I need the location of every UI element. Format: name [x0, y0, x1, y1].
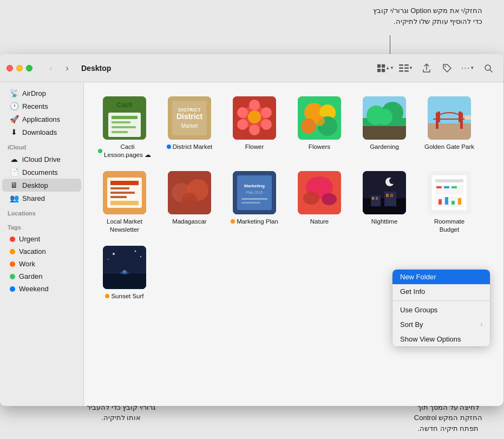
file-label-goldengate: Golden Gate Park	[424, 143, 474, 151]
svg-point-102	[113, 253, 115, 255]
file-thumb-nighttime	[363, 171, 406, 214]
sidebar-item-applications[interactable]: 🚀 Applications	[2, 113, 81, 126]
sidebar-item-urgent[interactable]: Urgent	[2, 233, 81, 245]
locations-section-label: Locations	[0, 205, 83, 219]
svg-rect-4	[399, 64, 403, 66]
view-options-button[interactable]: ▼	[397, 61, 415, 76]
sidebar-item-label-icloud-drive: iCloud Drive	[22, 155, 61, 163]
file-thumb-sunsetsurf	[103, 246, 146, 289]
search-button[interactable]	[480, 61, 497, 76]
sidebar-item-label-garden: Garden	[19, 272, 42, 280]
sidebar-item-work[interactable]: Work	[2, 258, 81, 270]
maximize-button[interactable]	[26, 65, 32, 71]
sidebar-item-recents[interactable]: 🕐 Recents	[2, 100, 81, 113]
svg-rect-53	[464, 115, 471, 120]
sidebar-item-label-desktop: Desktop	[22, 181, 48, 189]
file-item-goldengate[interactable]: Golden Gate Park	[420, 93, 479, 162]
urgent-dot	[10, 237, 15, 242]
svg-rect-89	[436, 186, 442, 188]
svg-rect-9	[404, 70, 409, 72]
marketing-dot	[231, 219, 235, 224]
svg-rect-50	[437, 112, 440, 122]
file-item-nature[interactable]: Nature	[290, 168, 349, 237]
file-label-roommate: RoommateBudget	[434, 218, 464, 234]
sidebar-item-downloads[interactable]: ⬇ Downloads	[2, 126, 81, 139]
sidebar-item-label-vacation: Vacation	[19, 247, 46, 255]
toolbar-right: ▲▼ ▼	[377, 61, 497, 76]
svg-rect-81	[372, 197, 374, 200]
sidebar-item-airdrop[interactable]: 📡 AirDrop	[2, 87, 81, 100]
file-label-flowers: Flowers	[309, 143, 330, 151]
svg-rect-69	[241, 198, 267, 200]
context-menu-sort-by[interactable]: Sort By ›	[392, 317, 490, 332]
close-button[interactable]	[6, 65, 13, 71]
file-item-district[interactable]: DISTRICT District Market District Market	[160, 93, 219, 162]
svg-rect-90	[444, 186, 449, 188]
file-label-marketing: Marketing Plan	[237, 218, 278, 226]
svg-point-64	[181, 193, 198, 209]
main-content: 📡 AirDrop 🕐 Recents 🚀 Applications ⬇ Dow…	[0, 82, 503, 406]
context-menu-new-folder[interactable]: New Folder	[392, 270, 490, 284]
context-menu-show-view-options[interactable]: Show View Options	[392, 332, 490, 346]
file-thumb-district: DISTRICT District Market	[168, 96, 211, 140]
sidebar-item-vacation[interactable]: Vacation	[2, 245, 81, 258]
finder-window: ‹ › Desktop ▲▼	[0, 54, 503, 406]
file-item-marketing[interactable]: Marketing Plan 2015 Marketing Plan	[225, 168, 284, 237]
file-label-row-district: District Market	[167, 143, 212, 151]
more-button[interactable]: ··· ▼	[459, 61, 476, 76]
svg-line-12	[490, 70, 492, 72]
svg-point-74	[322, 193, 337, 205]
cacti-dot	[98, 149, 102, 153]
tag-button[interactable]	[438, 61, 456, 76]
icloud-section-label: iCloud	[0, 139, 83, 153]
bottom-annotation-right: לחיצה על המסך תוך החזקת המקש Control תפת…	[414, 402, 482, 434]
file-label-row-cacti: CactiLesson.pages ☁	[98, 143, 151, 159]
svg-rect-7	[404, 67, 409, 69]
context-menu-sort-by-label: Sort By	[400, 320, 423, 329]
sidebar-item-documents[interactable]: 📄 Documents	[2, 166, 81, 179]
title-bar: ‹ › Desktop ▲▼	[0, 54, 503, 82]
file-label-cacti: CactiLesson.pages ☁	[104, 143, 151, 159]
file-thumb-flower	[233, 96, 276, 140]
file-item-flower[interactable]: Flower	[225, 93, 284, 162]
view-grid-button[interactable]: ▲▼	[377, 61, 394, 76]
garden-dot	[10, 274, 15, 279]
svg-point-37	[301, 119, 316, 134]
sidebar-item-icloud-drive[interactable]: ☁ iCloud Drive	[2, 153, 81, 166]
file-thumb-flowers	[298, 96, 341, 140]
file-item-gardening[interactable]: Gardening	[355, 93, 414, 162]
back-button[interactable]: ‹	[43, 61, 58, 76]
minimize-button[interactable]	[16, 65, 23, 71]
sidebar-item-label-urgent: Urgent	[19, 235, 40, 243]
svg-rect-51	[459, 112, 461, 122]
file-item-roommate[interactable]: RoommateBudget	[420, 168, 479, 237]
file-item-flowers[interactable]: Flowers	[290, 93, 349, 162]
svg-point-31	[237, 119, 248, 130]
forward-button[interactable]: ›	[60, 61, 75, 76]
desktop-icon: 🖥	[10, 181, 18, 189]
svg-point-78	[389, 178, 396, 184]
sidebar-item-shared[interactable]: 👥 Shared	[2, 192, 81, 205]
sidebar-item-garden[interactable]: Garden	[2, 270, 81, 283]
file-item-cacti[interactable]: Cacti CactiLesson.pages ☁	[95, 93, 154, 162]
svg-rect-19	[112, 131, 128, 133]
svg-point-33	[248, 110, 261, 123]
file-thumb-roommate	[428, 171, 471, 214]
file-thumb-madagascar	[168, 171, 211, 214]
file-label-row-sunsetsurf: Sunset Surf	[105, 292, 143, 300]
bottom-annotation-left: גרור/י קובץ כדי להעביר אותו לתיקיה.	[87, 402, 155, 434]
file-item-localmarket[interactable]: Local MarketNewsletter	[95, 168, 154, 237]
file-item-madagascar[interactable]: Madagascar	[160, 168, 219, 237]
sidebar-item-weekend[interactable]: Weekend	[2, 283, 81, 295]
file-item-nighttime[interactable]: Nighttime	[355, 168, 414, 237]
svg-rect-6	[399, 67, 403, 69]
airdrop-icon: 📡	[10, 89, 18, 97]
documents-icon: 📄	[10, 168, 18, 176]
share-button[interactable]	[418, 61, 435, 76]
sidebar-item-desktop[interactable]: 🖥 Desktop	[2, 179, 81, 192]
file-item-sunsetsurf[interactable]: Sunset Surf	[95, 243, 154, 304]
svg-rect-18	[112, 126, 136, 128]
svg-rect-2	[377, 68, 381, 71]
context-menu-get-info[interactable]: Get Info	[392, 284, 490, 299]
context-menu-use-groups[interactable]: Use Groups	[392, 303, 490, 317]
